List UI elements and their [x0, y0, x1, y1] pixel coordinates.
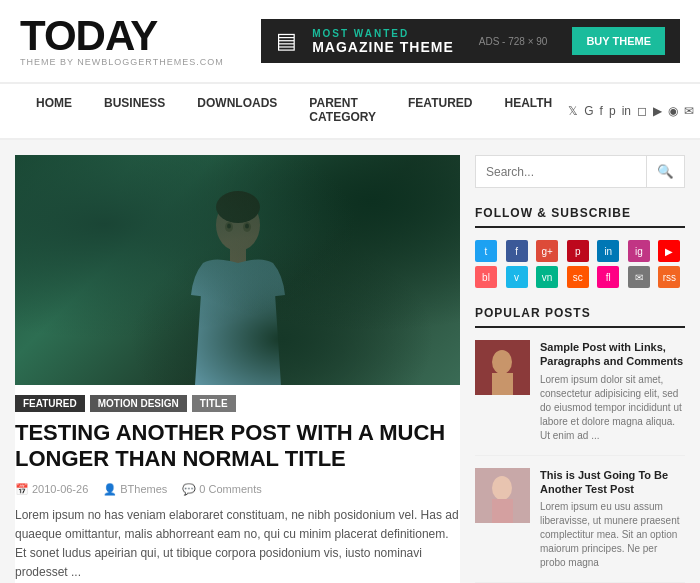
article-comments: 💬 0 Comments	[182, 483, 261, 496]
popular-post-1-thumbnail	[475, 340, 530, 395]
svg-point-8	[492, 350, 512, 374]
nav-youtube-icon[interactable]: ▶	[653, 104, 662, 118]
social-grid-row1: t f g+ p in ig ▶	[475, 240, 685, 262]
main-content: FEATURED MOTION DESIGN TITLE TESTING ANO…	[15, 155, 460, 583]
social-grid-row2: bl v vn sc fl ✉ rss	[475, 266, 685, 288]
svg-rect-12	[492, 499, 513, 523]
header: TODAY THEME BY NEWBLOGGERTHEMES.COM ▤ MO…	[0, 0, 700, 83]
twitter-button[interactable]: t	[475, 240, 497, 262]
popular-posts-section: POPULAR POSTS Sample Post with Links, Pa…	[475, 306, 685, 583]
tag-motion-design[interactable]: MOTION DESIGN	[90, 395, 187, 412]
search-box: 🔍	[475, 155, 685, 188]
article-meta: 📅 2010-06-26 👤 BThemes 💬 0 Comments	[15, 483, 460, 496]
linkedin-button[interactable]: in	[597, 240, 619, 262]
youtube-button[interactable]: ▶	[658, 240, 680, 262]
comment-icon: 💬	[182, 483, 196, 496]
sidebar: 🔍 FOLLOW & SUBSCRIBE t f g+ p in ig ▶ bl…	[475, 155, 685, 583]
nav-item-featured[interactable]: FEATURED	[392, 84, 488, 138]
article: FEATURED MOTION DESIGN TITLE TESTING ANO…	[15, 155, 460, 583]
popular-post-2-title[interactable]: This is Just Going To Be Another Test Po…	[540, 468, 685, 497]
search-button[interactable]: 🔍	[646, 156, 684, 187]
svg-point-11	[492, 476, 512, 500]
follow-subscribe-heading: FOLLOW & SUBSCRIBE	[475, 206, 685, 228]
banner-ads-label: ADS - 728 × 90	[479, 36, 548, 47]
popular-post-1: Sample Post with Links, Paragraphs and C…	[475, 340, 685, 456]
logo-title: TODAY	[20, 15, 224, 57]
nav-twitter-icon[interactable]: 𝕏	[568, 104, 578, 118]
popular-posts-heading: POPULAR POSTS	[475, 306, 685, 328]
instagram-button[interactable]: ig	[628, 240, 650, 262]
gplus-button[interactable]: g+	[536, 240, 558, 262]
buy-theme-button[interactable]: BUY THEME	[572, 27, 665, 55]
nav-instagram-icon[interactable]: ◻	[637, 104, 647, 118]
nav-rss-icon[interactable]: ◉	[668, 104, 678, 118]
nav-pinterest-icon[interactable]: p	[609, 104, 616, 118]
vimeo-button[interactable]: v	[506, 266, 528, 288]
nav-item-parent-category[interactable]: PARENT CATEGORY	[293, 84, 392, 138]
navigation: HOME BUSINESS DOWNLOADS PARENT CATEGORY …	[0, 83, 700, 140]
search-input[interactable]	[476, 156, 646, 187]
nav-linkedin-icon[interactable]: in	[622, 104, 631, 118]
article-tags: FEATURED MOTION DESIGN TITLE	[15, 385, 460, 420]
popular-post-1-info: Sample Post with Links, Paragraphs and C…	[540, 340, 685, 443]
nav-gplus-icon[interactable]: G	[584, 104, 593, 118]
article-date: 📅 2010-06-26	[15, 483, 88, 496]
facebook-button[interactable]: f	[506, 240, 528, 262]
nav-email-icon[interactable]: ✉	[684, 104, 694, 118]
nav-social-icons: 𝕏 G f p in ◻ ▶ ◉ ✉ ≡	[568, 104, 700, 118]
popular-post-2-info: This is Just Going To Be Another Test Po…	[540, 468, 685, 571]
calendar-icon: 📅	[15, 483, 29, 496]
popular-post-2-image	[475, 468, 530, 523]
tag-title[interactable]: TITLE	[192, 395, 236, 412]
content-wrapper: FEATURED MOTION DESIGN TITLE TESTING ANO…	[0, 140, 700, 583]
flickr-button[interactable]: fl	[597, 266, 619, 288]
pinterest-button[interactable]: p	[567, 240, 589, 262]
banner-most-wanted: MOST WANTED	[312, 28, 454, 39]
nav-item-business[interactable]: BUSINESS	[88, 84, 181, 138]
popular-post-1-image	[475, 340, 530, 395]
bloglovin-button[interactable]: bl	[475, 266, 497, 288]
banner-text: MOST WANTED MAGAZINE THEME	[312, 28, 454, 55]
search-icon: 🔍	[657, 164, 674, 179]
logo-subtitle: THEME BY NEWBLOGGERTHEMES.COM	[20, 57, 224, 67]
follow-subscribe-section: FOLLOW & SUBSCRIBE t f g+ p in ig ▶ bl v…	[475, 206, 685, 288]
svg-rect-9	[492, 373, 513, 395]
popular-post-1-excerpt: Lorem ipsum dolor sit amet, consectetur …	[540, 373, 685, 443]
article-image	[15, 155, 460, 385]
soundcloud-button[interactable]: sc	[567, 266, 589, 288]
article-title: TESTING ANOTHER POST WITH A MUCH LONGER …	[15, 420, 460, 473]
nav-item-home[interactable]: HOME	[20, 84, 88, 138]
svg-point-1	[216, 191, 260, 223]
nav-facebook-icon[interactable]: f	[600, 104, 603, 118]
svg-point-5	[227, 224, 231, 229]
banner-ad: ▤ MOST WANTED MAGAZINE THEME ADS - 728 ×…	[261, 19, 680, 63]
banner-magazine: MAGAZINE THEME	[312, 39, 454, 55]
tag-featured[interactable]: FEATURED	[15, 395, 85, 412]
vine-button[interactable]: vn	[536, 266, 558, 288]
banner-icon: ▤	[276, 28, 297, 54]
article-author: 👤 BThemes	[103, 483, 167, 496]
person-silhouette	[173, 185, 303, 385]
popular-post-1-title[interactable]: Sample Post with Links, Paragraphs and C…	[540, 340, 685, 369]
nav-item-downloads[interactable]: DOWNLOADS	[181, 84, 293, 138]
nav-item-health[interactable]: HEALTH	[488, 84, 568, 138]
rss-button[interactable]: rss	[658, 266, 680, 288]
article-excerpt: Lorem ipsum no has veniam elaboraret con…	[15, 506, 460, 583]
author-icon: 👤	[103, 483, 117, 496]
popular-post-2-excerpt: Lorem ipsum eu usu assum liberavisse, ut…	[540, 500, 685, 570]
logo-area: TODAY THEME BY NEWBLOGGERTHEMES.COM	[20, 15, 224, 67]
popular-post-2: This is Just Going To Be Another Test Po…	[475, 468, 685, 583]
popular-post-2-thumbnail	[475, 468, 530, 523]
svg-point-6	[245, 224, 249, 229]
email-button[interactable]: ✉	[628, 266, 650, 288]
nav-links: HOME BUSINESS DOWNLOADS PARENT CATEGORY …	[20, 84, 568, 138]
